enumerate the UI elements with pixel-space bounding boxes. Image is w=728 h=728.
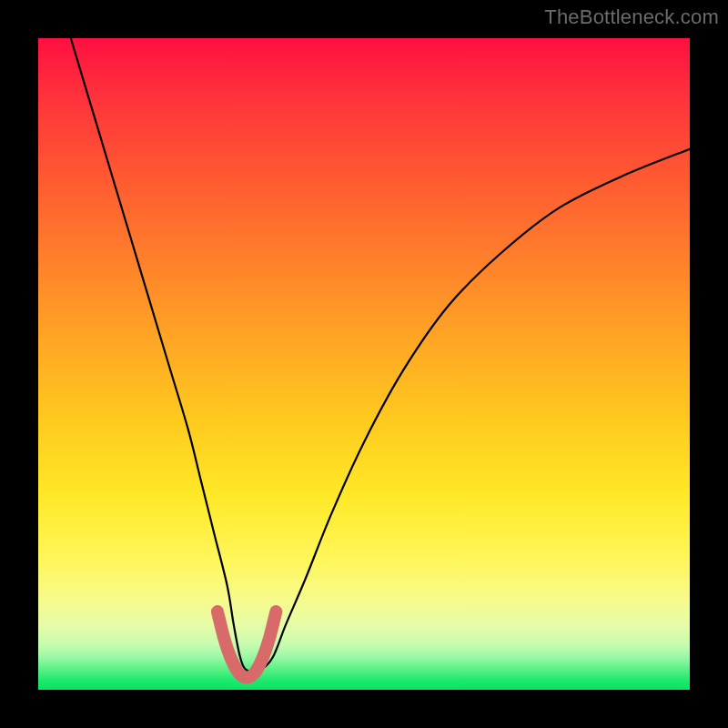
chart-frame: TheBottleneck.com [0, 0, 728, 728]
chart-svg [38, 38, 690, 690]
bottleneck-valley-highlight [217, 612, 276, 677]
bottleneck-curve-black [71, 38, 690, 672]
watermark-text: TheBottleneck.com [544, 5, 719, 29]
plot-area [38, 38, 690, 690]
